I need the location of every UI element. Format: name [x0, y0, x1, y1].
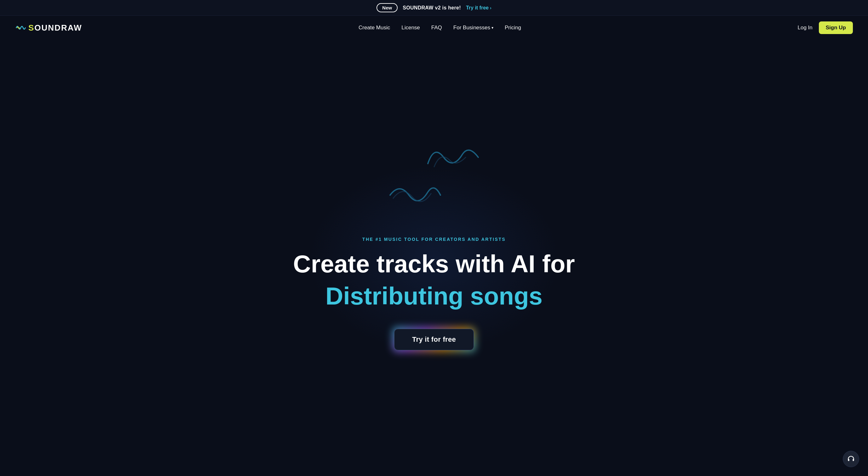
hero-cta-wrapper: Try it for free [394, 329, 474, 350]
nav-links: Create Music License FAQ For Businesses … [359, 25, 521, 31]
logo-text: SOUNDRAW [28, 23, 82, 33]
nav-create-music[interactable]: Create Music [359, 25, 390, 31]
hero-subtitle: THE #1 MUSIC TOOL FOR CREATORS AND ARTIS… [362, 237, 506, 242]
nav-for-businesses-label: For Businesses [454, 25, 490, 31]
announcement-cta-text: Try it free [466, 5, 489, 11]
signup-button[interactable]: Sign Up [819, 22, 853, 34]
logo-icon [15, 22, 27, 33]
nav-actions: Log In Sign Up [798, 22, 853, 34]
hero-title-line2: Distributing songs [326, 283, 542, 310]
nav-license[interactable]: License [401, 25, 420, 31]
announcement-bar: New SOUNDRAW v2 is here! Try it free › [0, 0, 868, 16]
nav-pricing[interactable]: Pricing [505, 25, 521, 31]
hero-section: THE #1 MUSIC TOOL FOR CREATORS AND ARTIS… [0, 40, 868, 476]
announcement-cta-link[interactable]: Try it free › [466, 5, 492, 11]
wave-left-decoration [425, 139, 482, 176]
announcement-text: SOUNDRAW v2 is here! [403, 5, 461, 11]
announcement-badge: New [376, 3, 398, 12]
nav-faq[interactable]: FAQ [431, 25, 442, 31]
logo[interactable]: SOUNDRAW [15, 22, 82, 33]
headphones-icon [847, 455, 855, 463]
support-button[interactable] [843, 451, 859, 467]
dropdown-arrow-icon: ▾ [492, 26, 493, 30]
try-it-free-button[interactable]: Try it for free [394, 329, 474, 350]
wave-right-decoration [387, 176, 444, 214]
navbar: SOUNDRAW Create Music License FAQ For Bu… [0, 16, 868, 40]
nav-for-businesses[interactable]: For Businesses ▾ [454, 25, 493, 31]
hero-title-line1: Create tracks with AI for [293, 250, 575, 278]
announcement-chevron: › [490, 5, 492, 10]
login-button[interactable]: Log In [798, 25, 812, 31]
